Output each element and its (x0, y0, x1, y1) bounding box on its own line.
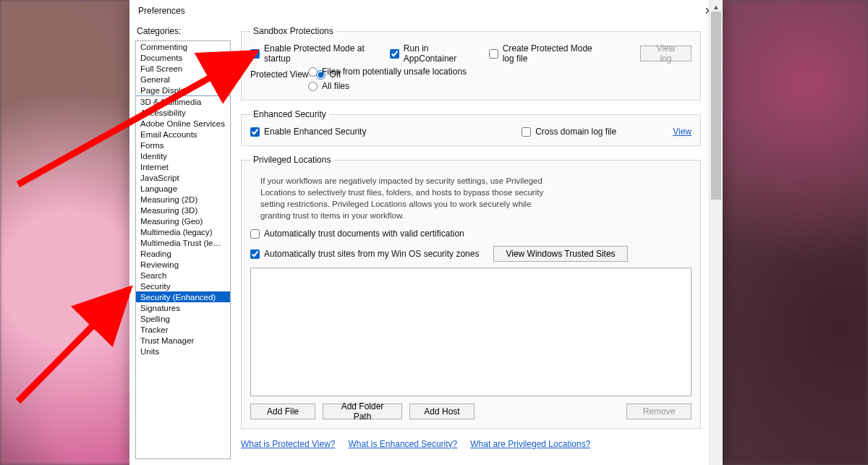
enable-protected-mode-checkbox[interactable]: Enable Protected Mode at startup (250, 43, 368, 64)
scroll-thumb[interactable] (711, 12, 721, 200)
enhanced-legend: Enhanced Security (250, 109, 329, 119)
add-host-button[interactable]: Add Host (409, 404, 475, 419)
category-item[interactable]: Security (136, 281, 230, 291)
category-item[interactable]: Reviewing (136, 259, 230, 270)
category-item[interactable]: Signatures (136, 302, 230, 313)
category-item[interactable]: Measuring (2D) (136, 194, 230, 205)
category-item[interactable]: Units (136, 346, 230, 357)
category-item[interactable]: Multimedia Trust (legacy) (136, 237, 230, 248)
category-item[interactable]: Multimedia (legacy) (136, 226, 230, 237)
content-panel: Sandbox Protections Enable Protected Mod… (241, 26, 717, 459)
preferences-dialog: Preferences ✕ Categories: CommentingDocu… (129, 0, 723, 465)
category-item[interactable]: General (136, 74, 230, 85)
enhanced-security-group: Enhanced Security Enable Enhanced Securi… (241, 109, 701, 146)
categories-column: Categories: CommentingDocumentsFull Scre… (135, 26, 231, 459)
view-trusted-sites-button[interactable]: View Windows Trusted Sites (493, 246, 627, 262)
auto-trust-cert-checkbox[interactable]: Automatically trust documents with valid… (250, 229, 692, 239)
window-title: Preferences (135, 6, 185, 16)
category-item[interactable]: Documents (136, 52, 230, 63)
view-link[interactable]: View (673, 127, 692, 137)
categories-listbox[interactable]: CommentingDocumentsFull ScreenGeneralPag… (135, 40, 231, 459)
protected-view-all-radio[interactable]: All files (308, 81, 692, 91)
titlebar: Preferences ✕ (129, 0, 723, 22)
content-scrollbar[interactable]: ▲ (709, 0, 723, 465)
create-log-checkbox[interactable]: Create Protected Mode log file (489, 43, 597, 64)
privileged-locations-listbox[interactable] (250, 268, 692, 396)
category-item[interactable]: Identity (136, 150, 230, 161)
category-item[interactable]: JavaScript (136, 172, 230, 183)
category-item[interactable]: Security (Enhanced) (136, 291, 230, 302)
auto-trust-os-checkbox[interactable]: Automatically trust sites from my Win OS… (250, 249, 479, 259)
sandbox-protections-group: Sandbox Protections Enable Protected Mod… (241, 26, 701, 101)
link-enhanced-security[interactable]: What is Enhanced Security? (349, 439, 458, 449)
protected-view-label: Protected View (250, 69, 309, 80)
category-item[interactable]: Language (136, 183, 230, 194)
category-item[interactable]: Spelling (136, 313, 230, 324)
category-item[interactable]: Measuring (Geo) (136, 216, 230, 226)
enable-enhanced-security-checkbox[interactable]: Enable Enhanced Security (250, 127, 366, 137)
category-item[interactable]: Internet (136, 161, 230, 172)
priv-legend: Privileged Locations (250, 155, 333, 165)
privileged-locations-group: Privileged Locations If your workflows a… (241, 155, 701, 429)
dialog-body: Categories: CommentingDocumentsFull Scre… (129, 22, 723, 465)
run-appcontainer-checkbox[interactable]: Run in AppContainer (390, 43, 467, 64)
category-item[interactable]: 3D & Multimedia (136, 96, 230, 107)
remove-button[interactable]: Remove (626, 404, 692, 419)
category-item[interactable]: Email Accounts (136, 129, 230, 140)
category-item[interactable]: Commenting (136, 41, 230, 52)
category-item[interactable]: Tracker (136, 324, 230, 335)
category-item[interactable]: Search (136, 270, 230, 281)
category-item[interactable]: Trust Manager (136, 335, 230, 346)
priv-help-text: If your workflows are negatively impacte… (260, 175, 550, 221)
category-item[interactable]: Forms (136, 140, 230, 150)
category-item[interactable]: Adobe Online Services (136, 118, 230, 129)
protected-view-unsafe-radio[interactable]: Files from potentially unsafe locations (308, 67, 692, 77)
view-log-button[interactable]: View log (640, 46, 692, 61)
link-protected-view[interactable]: What is Protected View? (241, 439, 336, 449)
scroll-up-icon[interactable]: ▲ (711, 1, 721, 12)
category-item[interactable]: Reading (136, 248, 230, 259)
link-privileged-locations[interactable]: What are Privileged Locations? (470, 439, 590, 449)
add-folder-path-button[interactable]: Add Folder Path (323, 404, 402, 419)
sandbox-legend: Sandbox Protections (250, 26, 336, 36)
categories-header: Categories: (135, 26, 231, 40)
cross-domain-log-checkbox[interactable]: Cross domain log file (522, 127, 616, 137)
add-file-button[interactable]: Add File (250, 404, 315, 419)
category-item[interactable]: Accessibility (136, 107, 230, 118)
category-item[interactable]: Full Screen (136, 63, 230, 74)
category-item[interactable]: Page Display (136, 85, 230, 95)
category-item[interactable]: Measuring (3D) (136, 205, 230, 216)
help-links-row: What is Protected View? What is Enhanced… (241, 439, 717, 449)
